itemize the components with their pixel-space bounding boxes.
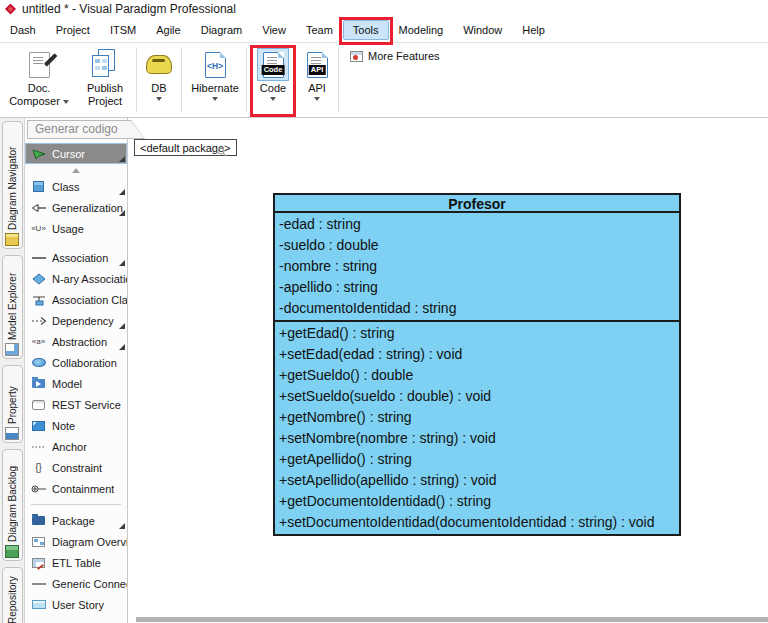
association-icon xyxy=(30,251,47,264)
class-attribute[interactable]: -documentoIdentidad : string xyxy=(275,298,679,319)
tab-repository[interactable]: Repository xyxy=(2,567,23,623)
palette-item-class[interactable]: Class xyxy=(25,176,127,197)
visual-paradigm-window: untitled * - Visual Paradigm Professiona… xyxy=(0,0,768,623)
publish-project-label-line2: Project xyxy=(88,95,122,108)
class-attribute[interactable]: -nombre : string xyxy=(275,256,679,277)
palette-item-collaboration[interactable]: Collaboration xyxy=(25,352,127,373)
palette-item-etl-table[interactable]: ETL Table xyxy=(25,552,127,573)
palette-item-usage[interactable]: «U» Usage xyxy=(25,218,127,239)
containment-icon xyxy=(30,482,47,495)
tab-property[interactable]: Property xyxy=(2,365,23,443)
class-name[interactable]: Profesor xyxy=(275,195,679,213)
diagram-canvas[interactable]: <default package> Profesor -edad : strin… xyxy=(129,118,768,623)
class-method[interactable]: +setDocumentoIdentidad(documentoIdentida… xyxy=(275,512,679,533)
hibernate-icon: <H> xyxy=(199,48,231,81)
palette-item-constraint[interactable]: {} Constraint xyxy=(25,457,127,478)
nary-association-icon xyxy=(30,272,47,285)
palette-item-cursor[interactable]: Cursor xyxy=(25,143,127,164)
doc-composer-label-line2: Composer xyxy=(9,95,60,108)
palette-item-abstraction[interactable]: «a» Abstraction xyxy=(25,331,127,352)
palette-item-label: Abstraction xyxy=(52,336,107,348)
class-method[interactable]: +setApellido(apellido : string) : void xyxy=(275,470,679,491)
database-icon xyxy=(143,48,175,81)
class-method[interactable]: +setNombre(nombre : string) : void xyxy=(275,428,679,449)
palette-item-association-class[interactable]: Association Class xyxy=(25,289,127,310)
cursor-icon xyxy=(30,147,47,160)
menu-window[interactable]: Window xyxy=(453,20,512,40)
palette-item-rest-service[interactable]: REST Service xyxy=(25,394,127,415)
class-attribute[interactable]: -apellido : string xyxy=(275,277,679,298)
model-icon xyxy=(30,377,47,390)
main-area: Diagram Navigator Model Explorer Propert… xyxy=(0,118,768,623)
db-button[interactable]: DB xyxy=(141,47,177,113)
menu-modeling[interactable]: Modeling xyxy=(389,20,454,40)
class-method[interactable]: +setEdad(edad : string) : void xyxy=(275,344,679,365)
class-profesor[interactable]: Profesor -edad : string -sueldo : double… xyxy=(273,193,681,536)
tab-model-explorer[interactable]: Model Explorer xyxy=(2,255,23,359)
palette-item-package[interactable]: Package xyxy=(25,510,127,531)
menu-tools[interactable]: Tools xyxy=(343,20,389,40)
publish-project-button[interactable]: Publish Project xyxy=(76,47,134,113)
class-method[interactable]: +getSueldo() : double xyxy=(275,365,679,386)
class-methods-compartment: +getEdad() : string +setEdad(edad : stri… xyxy=(275,322,679,534)
menu-project[interactable]: Project xyxy=(46,20,100,40)
class-attribute[interactable]: -edad : string xyxy=(275,214,679,235)
api-button[interactable]: API API xyxy=(298,47,336,113)
class-method[interactable]: +getApellido() : string xyxy=(275,449,679,470)
palette-item-containment[interactable]: Containment xyxy=(25,478,127,499)
palette-header-tab[interactable]: Generar codigo xyxy=(27,120,145,139)
package-icon xyxy=(30,514,47,527)
class-method[interactable]: +setSueldo(sueldo : double) : void xyxy=(275,386,679,407)
menu-dash[interactable]: Dash xyxy=(0,20,46,40)
magnifier-icon[interactable] xyxy=(217,143,227,161)
tab-diagram-backlog[interactable]: Diagram Backlog xyxy=(2,449,23,561)
palette-item-user-story[interactable]: User Story xyxy=(25,594,127,615)
class-attribute[interactable]: -sueldo : double xyxy=(275,235,679,256)
collaboration-icon xyxy=(30,356,47,369)
class-method[interactable]: +getDocumentoIdentidad() : string xyxy=(275,491,679,512)
menu-help[interactable]: Help xyxy=(512,20,555,40)
palette-item-model[interactable]: Model xyxy=(25,373,127,394)
palette-item-label: Cursor xyxy=(52,148,85,160)
palette-collapse-control[interactable] xyxy=(25,164,127,176)
palette-item-label: Generic Connector xyxy=(52,578,127,590)
doc-composer-button[interactable]: Doc. Composer xyxy=(8,47,70,113)
rest-service-icon xyxy=(30,398,47,411)
palette-item-diagram-overview[interactable]: Diagram Overview xyxy=(25,531,127,552)
publish-project-label-line1: Publish xyxy=(87,82,123,95)
menu-itsm[interactable]: ITSM xyxy=(100,20,146,40)
palette-item-generic-connector[interactable]: Generic Connector xyxy=(25,573,127,594)
palette-item-association[interactable]: Association xyxy=(25,247,127,268)
tab-diagram-backlog-label: Diagram Backlog xyxy=(7,453,18,542)
abstraction-icon: «a» xyxy=(30,335,47,348)
side-tab-strip: Diagram Navigator Model Explorer Propert… xyxy=(0,118,25,623)
visual-paradigm-logo-icon xyxy=(5,4,16,15)
menu-diagram[interactable]: Diagram xyxy=(191,20,253,40)
menu-agile[interactable]: Agile xyxy=(146,20,190,40)
tab-diagram-navigator[interactable]: Diagram Navigator xyxy=(2,121,23,249)
chevron-down-icon xyxy=(270,97,276,101)
palette-item-anchor[interactable]: Anchor xyxy=(25,436,127,457)
chevron-down-icon xyxy=(63,100,69,104)
diagram-navigator-icon xyxy=(5,233,19,246)
palette-item-label: Generalization xyxy=(52,202,123,214)
palette-item-nary-association[interactable]: N-ary Association xyxy=(25,268,127,289)
class-method[interactable]: +getEdad() : string xyxy=(275,323,679,344)
palette-item-dependency[interactable]: Dependency xyxy=(25,310,127,331)
dependency-icon xyxy=(30,314,47,327)
menu-team[interactable]: Team xyxy=(296,20,343,40)
collapse-up-arrow-icon xyxy=(72,168,80,173)
hibernate-button[interactable]: <H> Hibernate xyxy=(186,47,244,113)
palette-item-label: Constraint xyxy=(52,462,102,474)
class-method[interactable]: +getNombre() : string xyxy=(275,407,679,428)
toolbar-separator xyxy=(136,48,137,112)
publish-project-icon xyxy=(89,48,121,81)
palette-item-label: Dependency xyxy=(52,315,114,327)
code-button[interactable]: Code Code xyxy=(254,47,292,113)
palette-item-note[interactable]: Note xyxy=(25,415,127,436)
more-features-button[interactable]: More Features xyxy=(350,50,440,62)
palette-item-generalization[interactable]: Generalization xyxy=(25,197,127,218)
horizontal-scrollbar[interactable] xyxy=(136,617,768,622)
menu-view[interactable]: View xyxy=(252,20,296,40)
title-bar: untitled * - Visual Paradigm Professiona… xyxy=(0,0,768,18)
